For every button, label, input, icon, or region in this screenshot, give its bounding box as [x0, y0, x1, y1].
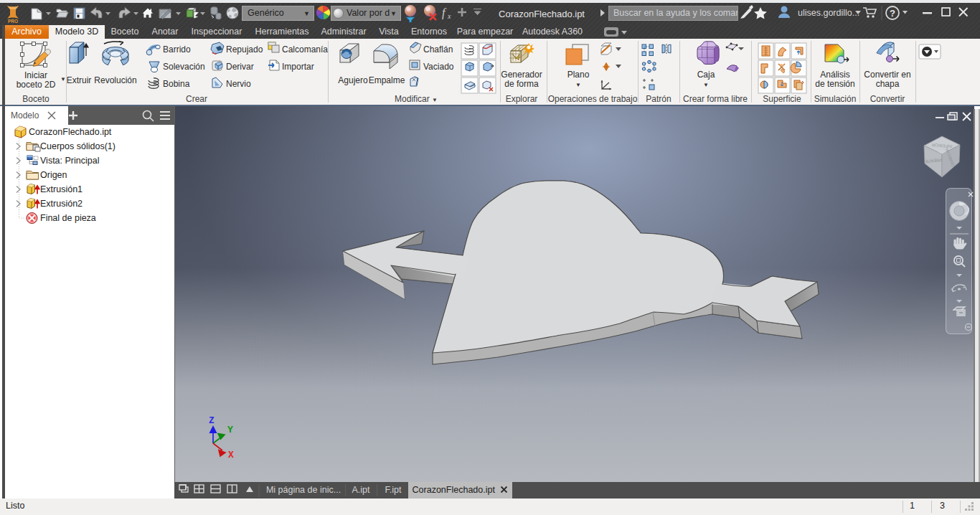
svg-text:x: x [447, 12, 451, 20]
svg-text:PRO: PRO [8, 19, 18, 24]
svg-text:X: X [228, 450, 234, 460]
svg-text:f: f [442, 6, 447, 19]
svg-text:Z: Z [209, 415, 215, 426]
svg-text:?: ? [890, 8, 895, 19]
svg-text:Y: Y [227, 425, 233, 435]
